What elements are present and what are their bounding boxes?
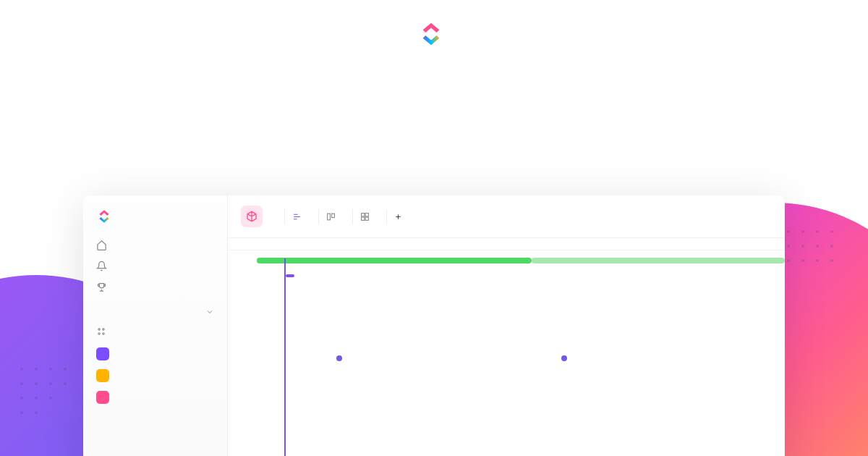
- clickup-logo-icon: [417, 20, 445, 48]
- svg-point-22: [830, 245, 833, 248]
- svg-point-25: [801, 259, 804, 262]
- grid-icon: [96, 326, 106, 339]
- svg-rect-37: [365, 217, 368, 220]
- svg-rect-34: [362, 213, 365, 216]
- progress-bar-planned: [532, 258, 785, 263]
- gantt-icon: [292, 212, 302, 221]
- svg-point-5: [35, 382, 38, 385]
- nav-home[interactable]: [83, 235, 227, 256]
- svg-point-24: [787, 259, 790, 262]
- space-everything[interactable]: [83, 322, 227, 343]
- bell-icon: [96, 261, 107, 271]
- plus-icon: [394, 213, 402, 221]
- week-label: [414, 238, 600, 250]
- view-tab-board[interactable]: [318, 209, 346, 224]
- svg-point-21: [816, 245, 819, 248]
- week-label: [228, 238, 414, 250]
- svg-point-10: [49, 397, 52, 400]
- clickup-logo-icon: [96, 208, 112, 224]
- space-badge: [96, 391, 109, 404]
- svg-point-16: [816, 230, 819, 233]
- svg-point-19: [787, 245, 790, 248]
- svg-point-3: [64, 368, 67, 371]
- sidebar-logo[interactable]: [83, 208, 227, 235]
- app-window: [83, 195, 785, 456]
- today-flag: [286, 274, 294, 277]
- sidebar: [83, 195, 228, 456]
- svg-point-12: [35, 411, 38, 414]
- gantt-body[interactable]: [228, 250, 785, 456]
- svg-point-11: [20, 411, 23, 414]
- hero-logo: [0, 0, 868, 48]
- project-icon-box[interactable]: [241, 206, 263, 227]
- space-marketing[interactable]: [83, 365, 227, 387]
- home-icon: [96, 240, 107, 250]
- svg-point-27: [830, 259, 833, 262]
- space-development[interactable]: [83, 343, 227, 365]
- board-icon: [326, 212, 336, 221]
- svg-point-29: [103, 329, 104, 330]
- today-marker: [284, 258, 286, 456]
- milestone-dot[interactable]: [561, 355, 567, 361]
- dots-decoration-left: [14, 362, 87, 434]
- svg-rect-35: [365, 213, 368, 216]
- view-tab-box[interactable]: [352, 209, 380, 224]
- svg-point-28: [98, 329, 100, 330]
- main-panel: [228, 195, 785, 456]
- space-badge: [96, 347, 109, 360]
- cube-icon: [246, 211, 258, 222]
- chevron-down-icon: [205, 308, 214, 316]
- svg-point-14: [787, 230, 790, 233]
- add-view-button[interactable]: [386, 210, 412, 224]
- svg-point-1: [35, 368, 38, 371]
- space-product[interactable]: [83, 387, 227, 408]
- box-view-icon: [360, 212, 370, 221]
- svg-point-8: [20, 397, 23, 400]
- svg-point-20: [801, 245, 804, 248]
- svg-point-15: [801, 230, 804, 233]
- svg-rect-36: [362, 217, 365, 220]
- svg-point-26: [816, 259, 819, 262]
- svg-point-31: [103, 333, 104, 334]
- timeline-header: [228, 238, 785, 250]
- week-label: [599, 238, 785, 250]
- svg-rect-32: [328, 214, 331, 220]
- svg-point-9: [35, 397, 38, 400]
- view-tab-gantt[interactable]: [284, 209, 312, 224]
- spaces-header[interactable]: [83, 297, 227, 322]
- svg-point-6: [49, 382, 52, 385]
- svg-point-17: [830, 230, 833, 233]
- svg-point-7: [64, 382, 67, 385]
- svg-point-4: [20, 382, 23, 385]
- milestone-dot[interactable]: [336, 355, 342, 361]
- grid-columns: [228, 250, 785, 456]
- svg-point-2: [49, 368, 52, 371]
- nav-notifications[interactable]: [83, 256, 227, 276]
- nav-goals[interactable]: [83, 276, 227, 297]
- topbar: [228, 195, 785, 238]
- progress-bar-complete: [257, 258, 532, 263]
- svg-rect-33: [332, 214, 335, 217]
- trophy-icon: [96, 282, 107, 292]
- svg-point-0: [20, 368, 23, 371]
- svg-point-30: [98, 333, 100, 334]
- space-badge: [96, 369, 109, 382]
